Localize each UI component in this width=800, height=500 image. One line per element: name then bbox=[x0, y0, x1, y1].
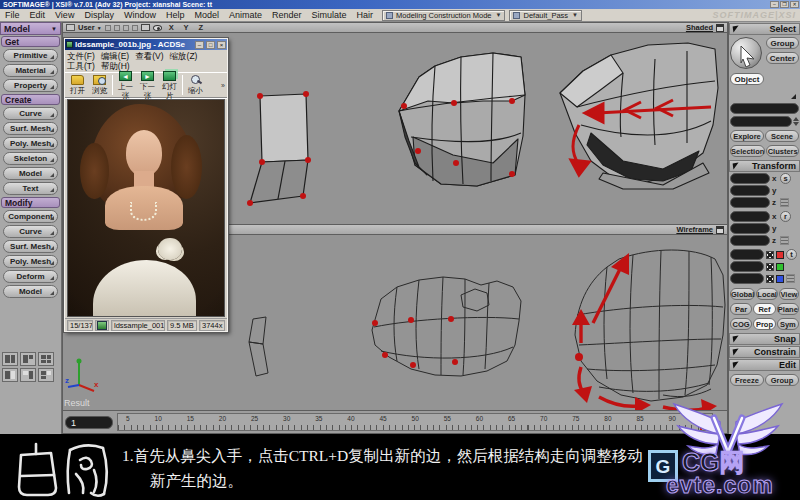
menu-edit[interactable]: Edit bbox=[25, 10, 51, 20]
select-tool-sphere-icon[interactable] bbox=[730, 37, 762, 69]
global-button[interactable]: Global bbox=[730, 288, 755, 300]
render-pass-dropdown[interactable]: Default_Pass ▼ bbox=[509, 10, 582, 21]
y-axis-checkbox[interactable] bbox=[766, 263, 774, 271]
modify-curve-button[interactable]: Curve bbox=[3, 225, 58, 238]
translate-options-icon[interactable] bbox=[786, 274, 795, 283]
rotate-y-field[interactable] bbox=[730, 223, 770, 234]
memo-cam-slot[interactable] bbox=[132, 25, 138, 31]
select-panel-header[interactable]: Select bbox=[729, 23, 800, 35]
scale-x-field[interactable] bbox=[730, 173, 770, 184]
memo-cam-slot[interactable] bbox=[105, 25, 111, 31]
constrain-panel-header[interactable]: Constrain bbox=[729, 346, 800, 358]
camera-dropdown[interactable]: User ▼ bbox=[78, 23, 102, 32]
view-button[interactable]: View bbox=[779, 288, 799, 300]
menu-model[interactable]: Model bbox=[189, 10, 224, 20]
zoom-out-button[interactable]: 缩小 bbox=[185, 75, 206, 95]
center-button[interactable]: Center bbox=[766, 52, 799, 64]
menu-render[interactable]: Render bbox=[267, 10, 307, 20]
plane-button[interactable]: Plane bbox=[777, 303, 799, 315]
layout-preset-button[interactable] bbox=[2, 352, 18, 366]
acdsee-window[interactable]: ldssample_001b.jpg - ACDSe – □ × 文件(F) 编… bbox=[64, 38, 228, 332]
toolbar-overflow-chevron[interactable]: » bbox=[221, 82, 225, 89]
get-primitive-button[interactable]: Primitive bbox=[3, 49, 58, 62]
modify-deform-button[interactable]: Deform bbox=[3, 270, 58, 283]
create-curve-button[interactable]: Curve bbox=[3, 107, 58, 120]
acdsee-maximize-button[interactable]: □ bbox=[206, 41, 215, 49]
scale-y-field[interactable] bbox=[730, 185, 770, 196]
timeline-ruler[interactable]: 510 1520 2530 3540 4550 5560 6570 7580 8… bbox=[117, 413, 713, 431]
toolbar-mode-dropdown[interactable]: Model ▼ bbox=[0, 22, 61, 35]
get-material-button[interactable]: Material bbox=[3, 64, 58, 77]
eye-visibility-icon[interactable] bbox=[153, 25, 162, 31]
acdsee-menu-tools[interactable]: 工具(T) bbox=[67, 61, 95, 71]
freeze-button[interactable]: Freeze bbox=[730, 374, 764, 386]
current-frame-field[interactable]: 1 bbox=[65, 416, 113, 429]
selection-field-2[interactable] bbox=[730, 116, 792, 127]
selection-button[interactable]: Selection bbox=[730, 145, 765, 157]
display-mode-wireframe[interactable]: Wireframe bbox=[676, 225, 713, 234]
acdsee-menu-zoom[interactable]: 缩放(Z) bbox=[170, 51, 198, 61]
acdsee-title-bar[interactable]: ldssample_001b.jpg - ACDSe – □ × bbox=[65, 39, 227, 50]
scale-options-icon[interactable] bbox=[780, 198, 789, 207]
acdsee-menu-file[interactable]: 文件(F) bbox=[67, 51, 95, 61]
layout-preset-button[interactable] bbox=[20, 368, 36, 382]
translate-tool-button[interactable]: t bbox=[786, 249, 797, 260]
rotate-tool-button[interactable]: r bbox=[780, 211, 791, 222]
acdsee-close-button[interactable]: × bbox=[217, 41, 226, 49]
viewport-letter-button[interactable] bbox=[66, 24, 75, 31]
layout-preset-button[interactable] bbox=[38, 352, 54, 366]
translate-y-field[interactable] bbox=[730, 261, 764, 272]
create-polymesh-button[interactable]: Poly. Mesh bbox=[3, 137, 58, 150]
menu-file[interactable]: File bbox=[0, 10, 25, 20]
selection-flyout-area[interactable] bbox=[729, 87, 800, 101]
maximize-viewport-icon[interactable] bbox=[716, 226, 724, 234]
acdsee-menu-edit[interactable]: 编辑(E) bbox=[101, 51, 129, 61]
close-button[interactable]: ✕ bbox=[790, 1, 799, 8]
create-surfmesh-button[interactable]: Surf. Mesh bbox=[3, 122, 58, 135]
snap-panel-header[interactable]: Snap bbox=[729, 333, 800, 345]
axis-letters[interactable]: X Y Z bbox=[169, 23, 207, 32]
menu-animate[interactable]: Animate bbox=[224, 10, 267, 20]
create-text-button[interactable]: Text bbox=[3, 182, 58, 195]
modify-polymesh-button[interactable]: Poly. Mesh bbox=[3, 255, 58, 268]
group-button[interactable]: Group bbox=[766, 37, 799, 49]
scale-tool-button[interactable]: s bbox=[780, 173, 791, 184]
menu-simulate[interactable]: Simulate bbox=[307, 10, 352, 20]
slideshow-button[interactable]: 幻灯片 bbox=[159, 71, 180, 100]
menu-view[interactable]: View bbox=[50, 10, 79, 20]
x-axis-checkbox[interactable] bbox=[766, 251, 774, 259]
layout-preset-button[interactable] bbox=[38, 368, 54, 382]
translate-z-field[interactable] bbox=[730, 273, 764, 284]
scale-z-field[interactable] bbox=[730, 197, 770, 208]
browse-button[interactable]: 浏览 bbox=[89, 75, 110, 95]
cog-button[interactable]: COG bbox=[730, 318, 752, 330]
layout-preset-button[interactable] bbox=[20, 352, 36, 366]
sym-button[interactable]: Sym bbox=[777, 318, 799, 330]
menu-display[interactable]: Display bbox=[79, 10, 119, 20]
clusters-button[interactable]: Clusters bbox=[766, 145, 799, 157]
menu-help[interactable]: Help bbox=[161, 10, 190, 20]
object-filter-button[interactable]: Object bbox=[730, 73, 764, 85]
menu-hair[interactable]: Hair bbox=[352, 10, 379, 20]
prop-button[interactable]: Prop bbox=[753, 318, 775, 330]
open-button[interactable]: 打开 bbox=[67, 75, 88, 95]
memo-cam-slot[interactable] bbox=[123, 25, 129, 31]
transform-panel-header[interactable]: Transform bbox=[729, 160, 800, 172]
rotate-z-field[interactable] bbox=[730, 235, 770, 246]
monitor-icon[interactable] bbox=[141, 24, 150, 31]
restore-button[interactable]: ❐ bbox=[780, 1, 789, 8]
create-skeleton-button[interactable]: Skeleton bbox=[3, 152, 58, 165]
modify-surfmesh-button[interactable]: Surf. Mesh bbox=[3, 240, 58, 253]
local-button[interactable]: Local bbox=[756, 288, 778, 300]
scene-button[interactable]: Scene bbox=[765, 130, 799, 142]
maximize-viewport-icon[interactable] bbox=[716, 24, 724, 32]
selection-field-1[interactable] bbox=[730, 103, 799, 114]
edit-panel-header[interactable]: Edit bbox=[729, 359, 800, 371]
rotate-options-icon[interactable] bbox=[780, 236, 789, 245]
modify-model-button[interactable]: Model bbox=[3, 285, 58, 298]
get-property-button[interactable]: Property bbox=[3, 79, 58, 92]
acdsee-menu-help[interactable]: 帮助(H) bbox=[101, 61, 130, 71]
z-axis-checkbox[interactable] bbox=[766, 275, 774, 283]
modify-component-button[interactable]: Component bbox=[3, 210, 58, 223]
create-model-button[interactable]: Model bbox=[3, 167, 58, 180]
